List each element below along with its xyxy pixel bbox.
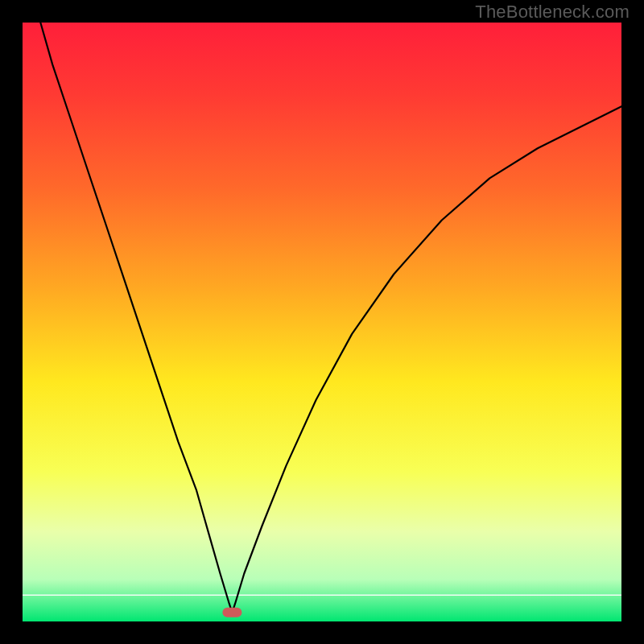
- svg-rect-2: [222, 608, 242, 617]
- bottleneck-plot: [0, 0, 644, 644]
- chart-frame: TheBottleneck.com: [0, 0, 644, 644]
- svg-rect-1: [23, 595, 621, 597]
- watermark-label: TheBottleneck.com: [475, 2, 630, 23]
- svg-rect-0: [23, 23, 621, 621]
